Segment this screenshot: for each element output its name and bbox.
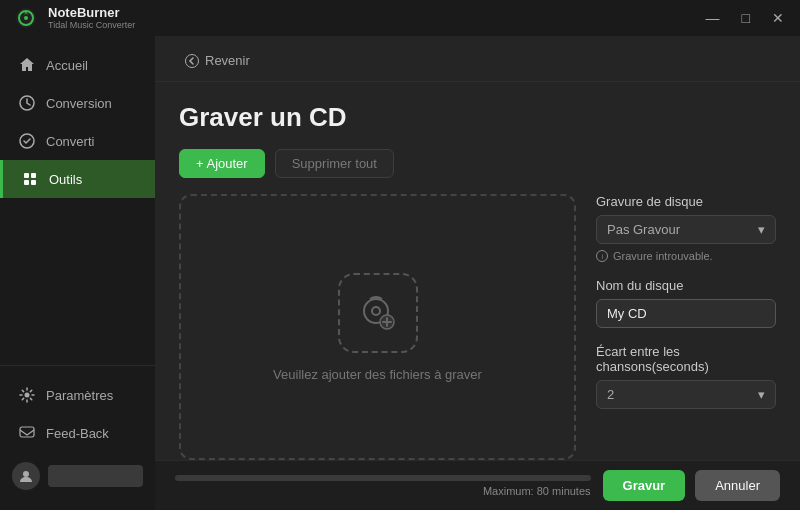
sidebar-label-parametres: Paramètres [46,388,113,403]
user-info-bar [48,465,143,487]
page-title: Graver un CD [179,102,776,133]
app-name: NoteBurner [48,5,135,21]
sidebar-label-conversion: Conversion [46,96,112,111]
sidebar-item-parametres[interactable]: Paramètres [0,376,155,414]
main-layout: Accueil Conversion Con [0,36,800,510]
home-icon [18,56,36,74]
back-button[interactable]: Revenir [179,50,256,71]
progress-container: Maximum: 80 minutes [175,475,591,497]
titlebar-left: NoteBurner Tidal Music Converter [12,4,135,32]
svg-rect-6 [31,173,36,178]
svg-point-11 [23,471,29,477]
page-content: Graver un CD + Ajouter Supprimer tout [155,82,800,460]
sidebar-label-outils: Outils [49,172,82,187]
disc-burning-value: Pas Gravour [607,222,680,237]
svg-point-2 [24,16,28,20]
bottom-bar: Maximum: 80 minutes Gravur Annuler [155,460,800,510]
maximize-button[interactable]: □ [738,9,754,27]
app-name-block: NoteBurner Tidal Music Converter [48,5,135,31]
close-button[interactable]: ✕ [768,9,788,27]
sidebar-nav: Accueil Conversion Con [0,36,155,365]
content-header: Revenir [155,36,800,82]
sidebar-user[interactable] [0,452,155,500]
svg-point-9 [25,393,30,398]
svg-rect-8 [31,180,36,185]
sidebar-item-accueil[interactable]: Accueil [0,46,155,84]
progress-bar-wrap [175,475,591,481]
avatar [12,462,40,490]
sidebar-bottom: Paramètres Feed-Back [0,365,155,510]
back-icon [185,54,199,68]
drop-icon [338,273,418,353]
drop-text: Veuillez ajouter des fichiers à graver [273,367,482,382]
back-label: Revenir [205,53,250,68]
titlebar-controls: — □ ✕ [702,9,788,27]
gap-select[interactable]: 2 ▾ [596,380,776,409]
burn-button[interactable]: Gravur [603,470,686,501]
app-logo [12,4,40,32]
sidebar: Accueil Conversion Con [0,36,155,510]
progress-label: Maximum: 80 minutes [175,485,591,497]
sidebar-label-feedback: Feed-Back [46,426,109,441]
cancel-button[interactable]: Annuler [695,470,780,501]
titlebar: NoteBurner Tidal Music Converter — □ ✕ [0,0,800,36]
gap-group: Écart entre les chansons(seconds) 2 ▾ [596,344,776,409]
settings-icon [18,386,36,404]
gap-label: Écart entre les chansons(seconds) [596,344,776,374]
converti-icon [18,132,36,150]
feedback-icon [18,424,36,442]
toolbar: + Ajouter Supprimer tout [179,149,776,178]
sidebar-label-converti: Converti [46,134,94,149]
svg-rect-7 [24,180,29,185]
sidebar-item-outils[interactable]: Outils [0,160,155,198]
right-panel: Gravure de disque Pas Gravour ▾ i Gravur… [596,194,776,460]
info-icon: i [596,250,608,262]
sidebar-item-feedback[interactable]: Feed-Back [0,414,155,452]
drop-zone[interactable]: Veuillez ajouter des fichiers à graver [179,194,576,460]
svg-rect-5 [24,173,29,178]
disc-hint-text: Gravure introuvable. [613,250,713,262]
svg-point-14 [372,307,380,315]
delete-all-button[interactable]: Supprimer tout [275,149,394,178]
main-split: Veuillez ajouter des fichiers à graver G… [179,194,776,460]
sidebar-item-converti[interactable]: Converti [0,122,155,160]
app-subtitle: Tidal Music Converter [48,20,135,31]
add-button[interactable]: + Ajouter [179,149,265,178]
gap-chevron-icon: ▾ [758,387,765,402]
content-area: Revenir Graver un CD + Ajouter Supprimer… [155,36,800,510]
svg-point-12 [186,54,199,67]
svg-text:i: i [602,253,604,260]
chevron-down-icon: ▾ [758,222,765,237]
disc-hint: i Gravure introuvable. [596,250,776,262]
tools-icon [21,170,39,188]
disc-burning-label: Gravure de disque [596,194,776,209]
disc-burning-select[interactable]: Pas Gravour ▾ [596,215,776,244]
bottom-buttons: Gravur Annuler [603,470,780,501]
sidebar-label-accueil: Accueil [46,58,88,73]
disc-name-group: Nom du disque [596,278,776,328]
disc-name-input[interactable] [596,299,776,328]
gap-value: 2 [607,387,614,402]
conversion-icon [18,94,36,112]
minimize-button[interactable]: — [702,9,724,27]
disc-name-label: Nom du disque [596,278,776,293]
sidebar-item-conversion[interactable]: Conversion [0,84,155,122]
disc-burning-group: Gravure de disque Pas Gravour ▾ i Gravur… [596,194,776,262]
